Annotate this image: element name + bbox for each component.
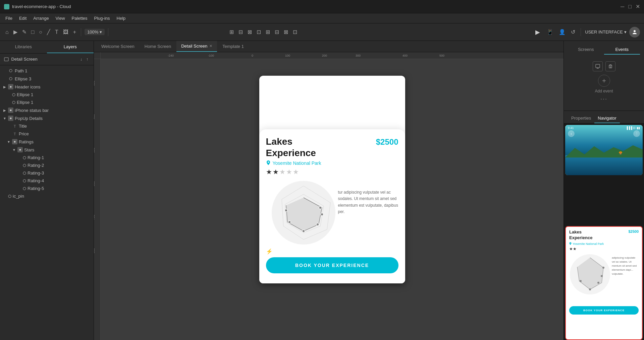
close-button[interactable]: ✕ [636,3,640,10]
text-tool[interactable]: T [54,28,60,37]
layer-stars[interactable]: ▼ ■ Stars [0,146,94,154]
menu-view[interactable]: View [53,15,68,21]
menu-file[interactable]: File [3,15,15,21]
user-btn[interactable]: 👤 [557,27,567,37]
add-event-circle[interactable] [598,75,610,87]
distribute-v-btn[interactable]: ⊡ [291,27,299,37]
layers-tab[interactable]: Layers [47,41,94,53]
menu-arrange[interactable]: Arrange [31,15,51,21]
align-left-btn[interactable]: ⊞ [228,27,235,37]
svg-point-4 [12,93,15,96]
home-button[interactable]: ⌂ [4,28,10,37]
layer-rating2[interactable]: Rating-2 [0,161,94,169]
menu-help[interactable]: Help [114,15,128,21]
align-top-btn[interactable]: ⊡ [255,27,262,37]
layer-ellipse1a[interactable]: Ellipse 1 [0,91,94,98]
user-interface-button[interactable]: USER INTERFACE ▾ [585,29,627,35]
properties-tab[interactable]: Properties [568,114,594,123]
layer-rating4[interactable]: Rating-4 [0,177,94,185]
more-dots: ··· [600,95,607,103]
svg-point-0 [634,30,636,32]
tab-detail[interactable]: Detail Screen ✕ [176,41,217,52]
vector-tool[interactable]: ✎ [21,27,28,37]
maximize-button[interactable]: □ [628,3,632,10]
rect-tool[interactable]: □ [30,28,36,37]
layer-label: Ellipse 1 [17,92,33,97]
undo-btn[interactable]: ↺ [570,27,577,37]
align-right-btn[interactable]: ⊠ [246,27,253,37]
delete-icon[interactable] [605,61,615,71]
path-icon [23,179,26,183]
svg-point-5 [12,101,15,104]
events-tab[interactable]: Events [604,45,640,55]
layer-price[interactable]: T Price [0,130,94,138]
layer-label: Rating-2 [28,163,44,168]
libraries-tab[interactable]: Libraries [0,41,47,53]
layer-path1[interactable]: Path 1 [0,67,94,75]
tab-home[interactable]: Home Screen [140,41,176,52]
canvas-scroll-area[interactable]: LakesExperience $2500 Yosemite National … [101,59,564,340]
sort-up-btn[interactable]: ↑ [85,56,90,63]
phone-footer: ⚡ BOOK YOUR EXPERIENCE [266,248,398,273]
layer-rating5[interactable]: Rating-5 [0,185,94,192]
group-icon: ■ [8,108,13,113]
select-tool[interactable]: ▶ [12,27,19,37]
sort-down-btn[interactable]: ↓ [79,56,84,63]
menu-edit[interactable]: Edit [16,15,29,21]
popup-card: LakesExperience $2500 Yosemite National … [259,129,405,283]
screens-tab[interactable]: Screens [568,45,604,55]
minimize-button[interactable]: ─ [621,3,624,10]
phone-price: $2500 [376,136,398,147]
align-center-btn[interactable]: ⊟ [237,27,244,37]
add-tool[interactable]: + [72,28,77,37]
event-icons-row [593,61,615,71]
menu-plugins[interactable]: Plug-ins [92,15,113,21]
path-icon [23,156,26,159]
svg-text:300: 300 [94,81,95,86]
nav-back-btn[interactable]: ‹ [568,130,575,137]
nav-more-btn[interactable]: ⋮ [633,130,640,137]
distribute-h-btn[interactable]: ⊠ [282,27,289,37]
navigator-tab[interactable]: Navigator [594,114,620,123]
ruler-svg: -240 -100 0 100 200 300 400 500 [101,52,564,59]
pin-icon [266,160,271,166]
layer-label: iPhone status bar [15,108,49,113]
svg-point-34 [285,209,287,212]
layer-ic-pin[interactable]: ic_pin [0,192,94,200]
layer-rating1[interactable]: Rating-1 [0,154,94,161]
layer-label: Title [19,124,27,129]
nav-phone-bg: 9:41 ▐▐▐ ⊟ ▮▮ ‹ ⋮ [564,124,644,340]
book-button[interactable]: BOOK YOUR EXPERIENCE [266,257,398,273]
user-avatar[interactable] [629,27,640,38]
tab-close-icon[interactable]: ✕ [209,44,212,48]
layer-label: Path 1 [15,68,28,73]
add-event-area: Add event ··· [568,57,640,107]
layer-ellipse1b[interactable]: Ellipse 1 [0,98,94,106]
layer-rating3[interactable]: Rating-3 [0,169,94,177]
layer-ratings[interactable]: ▼ ■ Ratings [0,138,94,146]
tab-template[interactable]: Template 1 [218,41,249,52]
star-1: ★ [266,168,272,176]
layer-label: Ellipse 3 [15,76,31,81]
line-tool[interactable]: ╱ [46,27,52,37]
play-button[interactable]: ▶ [533,27,543,37]
separator-1 [81,28,81,36]
nav-book-btn[interactable]: BOOK YOUR EXPERIENCE [569,306,639,315]
align-bottom-btn[interactable]: ⊟ [273,27,280,37]
layer-header-icons[interactable]: ▶ ■ Header icons [0,83,94,91]
title-price-row: LakesExperience $2500 [266,136,398,158]
layer-title[interactable]: T Title [0,122,94,130]
menu-palettes[interactable]: Palettes [69,15,90,21]
ellipse-tool[interactable]: ○ [38,28,44,37]
layer-ellipse3[interactable]: Ellipse 3 [0,75,94,83]
device-preview-btn[interactable]: 📱 [545,27,555,37]
nav-tabs: Properties Navigator [564,111,644,124]
image-tool[interactable]: 🖼 [62,28,70,37]
layer-popup-details[interactable]: ▼ ■ PopUp Details [0,114,94,122]
tab-welcome[interactable]: Welcome Screen [97,41,139,52]
zoom-control[interactable]: 100% ▾ [85,29,105,35]
layer-iphone-status[interactable]: ▶ ■ iPhone status bar [0,106,94,114]
align-vcenter-btn[interactable]: ⊞ [264,27,271,37]
path-icon [8,68,13,73]
layer-label: Header icons [15,84,41,89]
